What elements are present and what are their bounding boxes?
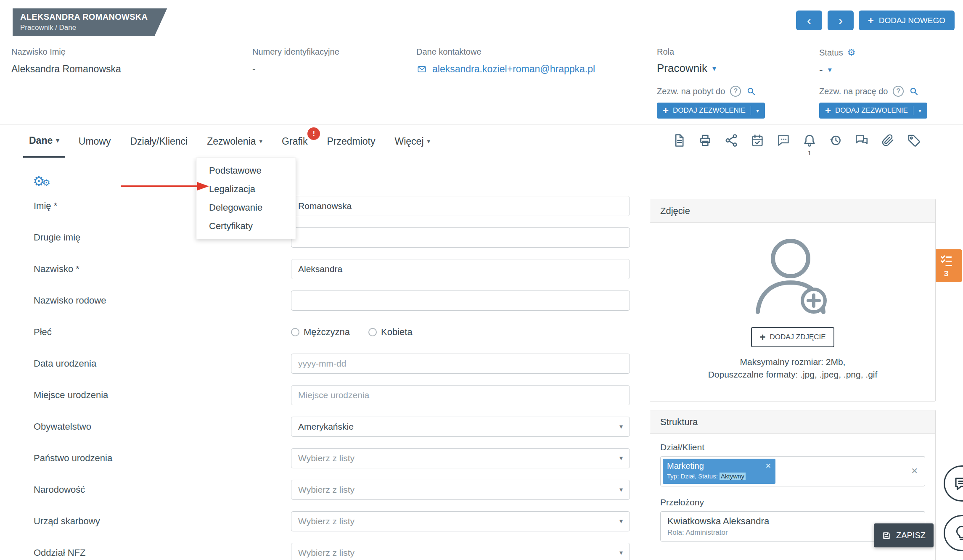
prev-record-button[interactable]: ‹: [796, 11, 822, 30]
person-placeholder-icon: [749, 235, 837, 320]
next-record-button[interactable]: ›: [828, 11, 854, 30]
search-icon[interactable]: [909, 86, 919, 96]
department-tag: Marketing ✕ Typ: Dział, Status: Aktywny: [663, 459, 775, 484]
department-select[interactable]: Marketing ✕ Typ: Dział, Status: Aktywny …: [660, 456, 925, 486]
search-icon[interactable]: [746, 86, 756, 96]
tax-office-select[interactable]: Wybierz z listy ▾: [291, 511, 630, 531]
tab-grafik[interactable]: Grafik !: [276, 125, 313, 158]
menu-item-podstawowe[interactable]: Podstawowe: [196, 161, 296, 180]
gender-male-radio[interactable]: Mężczyzna: [291, 327, 350, 338]
structure-panel-title: Struktura: [650, 410, 935, 434]
status-settings-gear-icon[interactable]: ⚙: [847, 47, 856, 58]
select-placeholder: Wybierz z listy: [298, 516, 355, 526]
tab-dzialy-klienci[interactable]: Działy/Klienci: [124, 125, 193, 158]
status-dropdown[interactable]: - ▾: [819, 63, 855, 76]
role-dropdown[interactable]: Pracownik ▾: [657, 62, 716, 75]
nationality-select[interactable]: Wybierz z listy ▾: [291, 480, 630, 500]
field-label: Urząd skarbowy: [23, 516, 291, 527]
add-work-permit-button[interactable]: + DODAJ ZEZWOLENIE ▾: [819, 103, 927, 119]
add-stay-permit-button[interactable]: + DODAJ ZEZWOLENIE ▾: [657, 103, 765, 119]
caret-down-icon: ▾: [756, 107, 759, 114]
summary-contact: Dane kontaktowe aleksandra.koziel+roman@…: [416, 47, 595, 75]
form-row: Nazwisko rodowe: [23, 285, 631, 316]
history-icon[interactable]: [828, 133, 843, 158]
citizenship-select[interactable]: Amerykańskie ▾: [291, 417, 630, 437]
middle-name-input[interactable]: [291, 227, 630, 248]
save-button[interactable]: ZAPISZ: [874, 523, 934, 547]
add-photo-label: DODAJ ZDJĘCIE: [770, 333, 825, 341]
tag-icon[interactable]: [907, 133, 921, 158]
summary-role: Rola Pracownik ▾: [657, 47, 716, 75]
add-new-button[interactable]: + DODAJ NOWEGO: [859, 11, 955, 30]
envelope-icon: [416, 65, 427, 74]
contact-email[interactable]: aleksandra.koziel+roman@hrappka.pl: [416, 63, 595, 75]
work-permit-label: Zezw. na pracę do: [819, 87, 888, 96]
caret-down-icon: ▾: [619, 423, 623, 431]
birth-date-input[interactable]: [291, 354, 630, 374]
plus-icon: +: [759, 332, 765, 342]
tab-zezwolenia[interactable]: Zezwolenia ▾: [201, 125, 268, 158]
select-value: Amerykańskie: [298, 422, 354, 432]
form-row: Drugie imię: [23, 222, 631, 253]
divider: [913, 106, 913, 115]
tab-bar: Dane ▾ Umowy Działy/Klienci Zezwolenia ▾…: [0, 124, 963, 157]
employee-data-form: Imię * Drugie imię Nazwisko * Nazwisko r…: [23, 190, 631, 560]
photo-panel: Zdjęcie + DODAJ ZDJĘCIE Maksymalny rozmi…: [650, 199, 936, 402]
bell-count: 1: [802, 149, 817, 156]
print-icon[interactable]: [698, 133, 712, 158]
remove-tag-icon[interactable]: ✕: [765, 462, 771, 470]
toolbar: 1: [672, 125, 921, 158]
tab-dane[interactable]: Dane ▾: [23, 125, 65, 158]
email-link[interactable]: aleksandra.koziel+roman@hrappka.pl: [432, 63, 595, 75]
feedback-chat-button[interactable]: [944, 465, 963, 502]
menu-item-legalizacja[interactable]: Legalizacja: [196, 180, 296, 198]
help-icon[interactable]: ?: [893, 86, 904, 97]
summary-name: Nazwisko Imię Aleksandra Romanowska: [11, 47, 121, 75]
save-disk-icon: [882, 531, 891, 540]
document-icon[interactable]: [672, 133, 686, 158]
employee-name-title: ALEKSANDRA ROMANOWSKA: [20, 12, 148, 22]
add-permit-label: DODAJ ZEZWOLENIE: [673, 106, 746, 115]
radio-label: Mężczyzna: [304, 327, 350, 338]
chats-icon[interactable]: [855, 133, 869, 158]
select-placeholder: Wybierz z listy: [298, 453, 355, 463]
add-photo-button[interactable]: + DODAJ ZDJĘCIE: [751, 327, 834, 347]
clear-selection-icon[interactable]: ✕: [911, 466, 918, 476]
tab-wiecej[interactable]: Więcej ▾: [389, 125, 436, 158]
attachment-icon[interactable]: [881, 133, 895, 158]
last-name-input[interactable]: [291, 259, 630, 279]
tab-przedmioty[interactable]: Przedmioty: [321, 125, 381, 158]
tab-label: Przedmioty: [327, 136, 375, 147]
photo-note-size: Maksymalny rozmiar: 2Mb,: [650, 356, 935, 368]
menu-item-delegowanie[interactable]: Delegowanie: [196, 198, 296, 217]
bell-icon[interactable]: 1: [802, 133, 817, 158]
menu-item-certyfikaty[interactable]: Certyfikaty: [196, 217, 296, 235]
form-row: Oddział NFZ Wybierz z listy ▾: [23, 537, 631, 560]
help-icon[interactable]: ?: [730, 86, 741, 97]
tab-label: Więcej: [394, 136, 423, 147]
gender-female-radio[interactable]: Kobieta: [368, 327, 413, 338]
summary-name-label: Nazwisko Imię: [11, 47, 121, 57]
birth-place-input[interactable]: [291, 385, 630, 405]
plus-icon: +: [663, 106, 669, 116]
birth-country-select[interactable]: Wybierz z listy ▾: [291, 448, 630, 468]
comment-icon[interactable]: [776, 133, 791, 158]
department-tag-meta: Typ: Dział, Status:: [667, 473, 720, 480]
form-settings-gears-icon[interactable]: ⚙⚙: [33, 173, 50, 189]
nfz-branch-select[interactable]: Wybierz z listy ▾: [291, 543, 630, 560]
calendar-check-icon[interactable]: [750, 133, 765, 158]
tab-umowy[interactable]: Umowy: [73, 125, 117, 158]
field-label: Nazwisko *: [23, 264, 291, 275]
tips-lightbulb-button[interactable]: [944, 515, 963, 551]
field-label: Data urodzenia: [23, 358, 291, 369]
family-name-input[interactable]: [291, 291, 630, 311]
share-icon[interactable]: [724, 133, 738, 158]
first-name-input[interactable]: [291, 196, 630, 216]
work-permit-block: Zezw. na pracę do ? + DODAJ ZEZWOLENIE ▾: [819, 86, 927, 119]
photo-panel-title: Zdjęcie: [650, 199, 935, 223]
summary-ids-value: -: [252, 63, 339, 75]
alert-badge: !: [307, 127, 320, 140]
caret-down-icon: ▾: [56, 137, 59, 144]
tab-label: Zezwolenia: [207, 136, 256, 147]
caret-down-icon: ▾: [427, 137, 431, 145]
